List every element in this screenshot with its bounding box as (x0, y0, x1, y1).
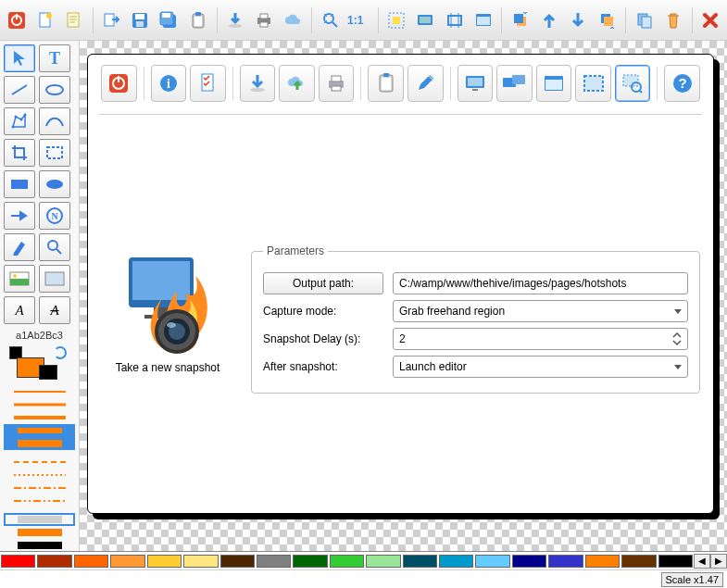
magnify-tool[interactable] (39, 233, 70, 261)
dlg-power-button[interactable] (101, 65, 137, 102)
bring-front-button[interactable] (508, 7, 533, 33)
send-back-button[interactable] (595, 7, 620, 33)
dlg-print-button[interactable] (319, 65, 355, 102)
download-button[interactable] (222, 7, 247, 33)
print-button[interactable] (252, 7, 277, 33)
new-note-button[interactable] (61, 7, 86, 33)
duplicate-button[interactable] (632, 7, 657, 33)
palette-swatch[interactable] (147, 555, 182, 568)
dlg-region-button[interactable] (575, 65, 611, 102)
dash-style-3[interactable] (4, 482, 75, 494)
line-tool[interactable] (4, 76, 35, 104)
dlg-settings-button[interactable] (190, 65, 226, 102)
palette-swatch[interactable] (439, 555, 473, 568)
zoom-1to1-button[interactable]: 1:1 (346, 7, 371, 33)
svg-point-16 (229, 24, 242, 28)
dlg-window-button[interactable] (536, 65, 572, 102)
palette-swatch[interactable] (658, 555, 693, 568)
dlg-clipboard-button[interactable] (368, 65, 404, 102)
bg-color-swatch[interactable] (39, 365, 57, 380)
polygon-tool[interactable] (4, 107, 35, 135)
palette-swatch[interactable] (512, 555, 546, 568)
palette-swatch[interactable] (585, 555, 620, 568)
arrow-tool[interactable] (4, 202, 35, 230)
dash-style-2[interactable] (4, 469, 75, 482)
rect-fill-tool[interactable] (4, 170, 35, 198)
dlg-multiscreen-button[interactable] (496, 65, 533, 102)
dlg-screen-button[interactable] (458, 65, 494, 102)
dlg-upload-button[interactable] (279, 65, 315, 102)
fill-style-1[interactable] (4, 513, 75, 526)
output-path-button[interactable]: Output path: (263, 272, 383, 294)
line-style-4[interactable] (4, 424, 75, 437)
svg-rect-15 (194, 17, 202, 26)
swap-colors-icon[interactable] (54, 346, 67, 359)
region-tool[interactable] (39, 139, 70, 167)
palette-swatch[interactable] (74, 555, 108, 568)
save-all-button[interactable] (157, 7, 182, 33)
palette-swatch[interactable] (366, 555, 400, 568)
scale-indicator[interactable]: Scale x1.47 (661, 572, 723, 587)
dlg-edit-button[interactable] (407, 65, 444, 102)
crop-tool[interactable] (4, 139, 35, 167)
zoom-fit-button[interactable] (318, 7, 343, 33)
fill-style-3[interactable] (4, 539, 75, 552)
move-up-button[interactable] (537, 7, 562, 33)
line-style-5[interactable] (4, 437, 75, 450)
palette-swatch[interactable] (220, 555, 255, 568)
ellipse-tool[interactable] (39, 76, 70, 104)
palette-swatch[interactable] (257, 555, 291, 568)
font-italic-tool[interactable]: A (4, 296, 35, 324)
palette-swatch[interactable] (1, 555, 35, 568)
svg-rect-14 (195, 12, 201, 16)
ellipse-fill-tool[interactable] (39, 170, 70, 198)
line-style-1[interactable] (4, 385, 75, 398)
curve-tool[interactable] (39, 107, 70, 135)
power-button[interactable] (4, 7, 29, 33)
image-tool[interactable] (4, 265, 35, 293)
palette-swatch[interactable] (37, 555, 71, 568)
text-tool[interactable]: T (39, 44, 70, 72)
line-style-2[interactable] (4, 398, 75, 411)
new-doc-button[interactable] (32, 7, 57, 33)
font-style-tool[interactable]: A (39, 296, 70, 324)
highlight-tool[interactable] (4, 233, 35, 261)
capture-mode-select[interactable]: Grab freehand region (393, 300, 688, 322)
blur-tool[interactable] (39, 265, 70, 293)
palette-swatch[interactable] (548, 555, 583, 568)
trash-button[interactable] (660, 7, 685, 33)
window-capture-button[interactable] (470, 7, 495, 33)
line-style-3[interactable] (4, 411, 75, 424)
palette-swatch[interactable] (475, 555, 509, 568)
dlg-freehand-button[interactable] (615, 65, 651, 102)
crop-button[interactable] (442, 7, 467, 33)
close-button[interactable] (698, 7, 723, 33)
palette-next-button[interactable]: ▶ (710, 554, 727, 569)
output-path-field[interactable]: C:/wamp/www/thehive/images/pages/hotshot… (393, 272, 688, 294)
palette-swatch[interactable] (330, 555, 364, 568)
palette-swatch[interactable] (621, 555, 656, 568)
palette-swatch[interactable] (293, 555, 327, 568)
number-tag-tool[interactable]: N (39, 202, 70, 230)
dash-style-1[interactable] (4, 456, 75, 469)
delay-spinbox[interactable]: 2 (393, 328, 688, 350)
palette-swatch[interactable] (110, 555, 144, 568)
dlg-download-button[interactable] (240, 65, 276, 102)
fill-style-2[interactable] (4, 526, 75, 539)
select-tool[interactable] (4, 44, 35, 72)
dash-style-4[interactable] (4, 494, 75, 507)
palette-swatch[interactable] (403, 555, 437, 568)
palette-prev-button[interactable]: ◀ (694, 554, 710, 569)
after-snapshot-select[interactable]: Launch editor (393, 356, 688, 378)
fullscreen-capture-button[interactable] (413, 7, 438, 33)
dlg-help-button[interactable]: ? (664, 65, 700, 102)
palette-swatch[interactable] (183, 555, 218, 568)
move-down-button[interactable] (566, 7, 591, 33)
region-capture-button[interactable] (384, 7, 409, 33)
dlg-info-button[interactable]: i (151, 65, 187, 102)
after-snapshot-label: After snapshot: (263, 360, 383, 373)
clipboard-button[interactable] (185, 7, 210, 33)
cloud-button[interactable] (281, 7, 306, 33)
save-button[interactable] (128, 7, 153, 33)
export-button[interactable] (99, 7, 124, 33)
